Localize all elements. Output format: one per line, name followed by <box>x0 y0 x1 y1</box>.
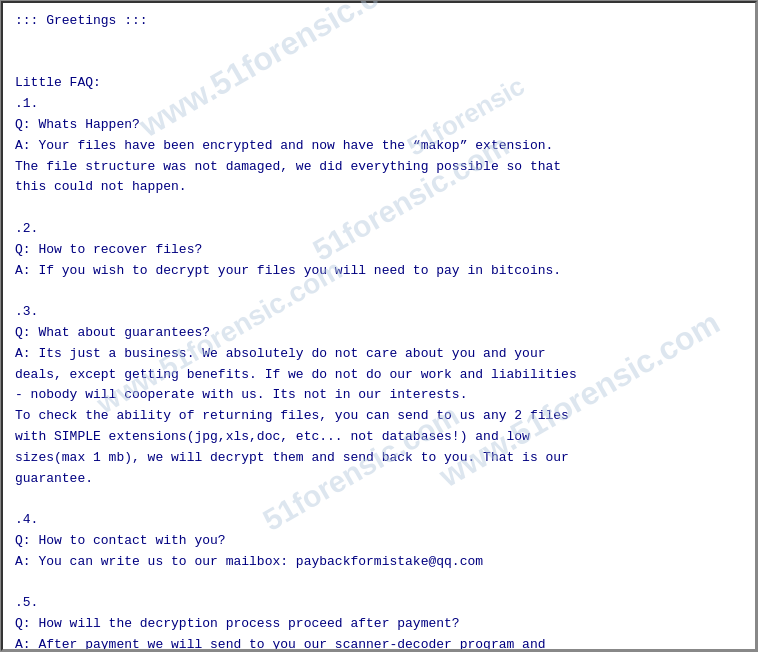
ransom-note-text[interactable] <box>1 1 757 651</box>
window: www.51forensic.com 51forensic.com www.51… <box>0 0 758 652</box>
text-area-wrapper: www.51forensic.com 51forensic.com www.51… <box>1 1 757 651</box>
